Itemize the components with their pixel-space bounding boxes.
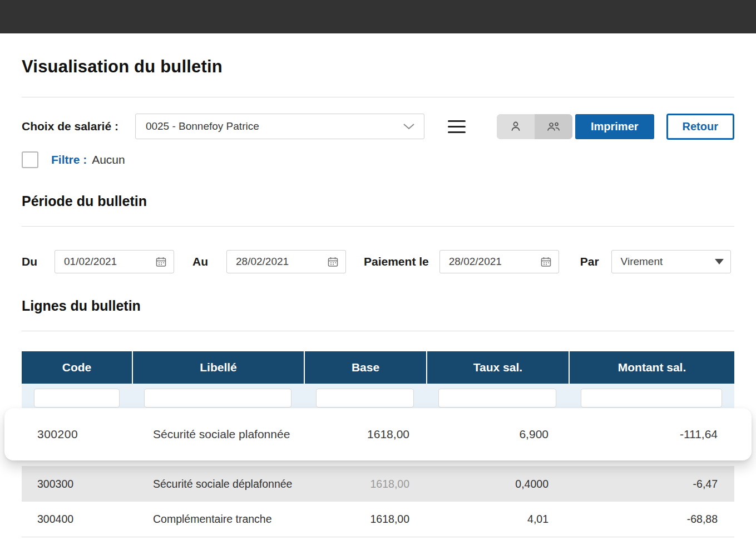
rate-filter-input[interactable] (438, 389, 556, 408)
column-header-amount[interactable]: Montant sal. (569, 351, 734, 384)
filter-value: Aucun (92, 153, 125, 166)
filter-label: Filtre : (51, 153, 87, 166)
payment-date-label: Paiement le (364, 255, 429, 268)
table-row[interactable]: 300300 Sécurité sociale déplafonnée 1618… (22, 466, 734, 502)
people-icon (546, 120, 561, 133)
employee-select-label: Choix de salarié : (22, 120, 118, 133)
view-mode-toggle (497, 114, 572, 139)
page-container: Visualisation du bulletin Choix de salar… (0, 57, 756, 537)
to-date-value: 28/02/2021 (236, 256, 289, 268)
row-amount: -111,64 (569, 428, 734, 441)
filter-row: Filtre : Aucun (22, 151, 734, 169)
calendar-icon (540, 256, 552, 268)
triangle-down-icon (715, 259, 724, 264)
payment-date-input[interactable]: 28/02/2021 (439, 250, 559, 273)
person-icon (509, 120, 522, 133)
employee-toolbar: Choix de salarié : 0025 - Bonnefoy Patri… (22, 113, 734, 140)
period-fields: Du 01/02/2021 Au 28/02/2021 Paiement le … (22, 250, 734, 273)
table-row[interactable]: 300400 Complémentaire tranche 1618,00 4,… (22, 502, 734, 537)
column-header-base[interactable]: Base (304, 351, 426, 384)
from-date-value: 01/02/2021 (64, 256, 117, 268)
row-rate: 0,4000 (426, 478, 569, 491)
row-label: Sécurité sociale plafonnée (132, 428, 304, 441)
payment-method-label: Par (580, 255, 599, 268)
column-header-rate[interactable]: Taux sal. (426, 351, 569, 384)
table-header-row: Code Libellé Base Taux sal. Montant sal. (22, 351, 734, 384)
divider (22, 331, 734, 331)
chevron-down-icon (403, 123, 415, 130)
payment-method-value: Virement (621, 256, 663, 268)
row-code: 300200 (22, 428, 132, 441)
employee-select[interactable]: 0025 - Bonnefoy Patrice (135, 114, 424, 139)
page-title: Visualisation du bulletin (22, 57, 734, 77)
row-base: 1618,00 (304, 478, 426, 491)
base-filter-input[interactable] (316, 389, 414, 408)
calendar-icon (155, 256, 167, 268)
back-button[interactable]: Retour (666, 114, 734, 140)
print-button[interactable]: Imprimer (575, 114, 654, 139)
payment-date-value: 28/02/2021 (449, 256, 502, 268)
payment-method-select[interactable]: Virement (611, 250, 731, 273)
employee-select-value: 0025 - Bonnefoy Patrice (146, 120, 259, 133)
filter-checkbox[interactable] (22, 151, 38, 168)
row-amount: -68,88 (569, 513, 734, 526)
period-section-title: Période du bulletin (22, 193, 734, 209)
row-label: Complémentaire tranche (132, 513, 304, 526)
label-filter-input[interactable] (144, 389, 291, 408)
row-rate: 4,01 (426, 513, 569, 526)
to-date-input[interactable]: 28/02/2021 (226, 250, 346, 273)
row-base: 1618,00 (304, 513, 426, 526)
from-date-label: Du (22, 255, 37, 268)
divider (22, 97, 734, 97)
calendar-icon (327, 256, 339, 268)
to-date-label: Au (192, 255, 208, 268)
from-date-input[interactable]: 01/02/2021 (55, 250, 174, 273)
row-amount: -6,47 (569, 478, 734, 491)
menu-icon[interactable] (448, 120, 466, 133)
amount-filter-input[interactable] (581, 389, 722, 408)
all-employees-view-button[interactable] (535, 114, 572, 139)
top-bar (0, 0, 756, 33)
column-header-code[interactable]: Code (22, 351, 132, 384)
table-row-selected[interactable]: 300200 Sécurité sociale plafonnée 1618,0… (4, 408, 752, 460)
single-employee-view-button[interactable] (497, 114, 535, 139)
row-rate: 6,900 (426, 428, 569, 441)
divider (22, 226, 734, 227)
row-label: Sécurité sociale déplafonnée (132, 478, 304, 491)
column-header-label[interactable]: Libellé (132, 351, 304, 384)
row-code: 300300 (22, 478, 132, 491)
row-base: 1618,00 (304, 428, 426, 441)
bulletin-lines-table: Code Libellé Base Taux sal. Montant sal.… (22, 351, 734, 537)
code-filter-input[interactable] (34, 389, 120, 408)
row-code: 300400 (22, 513, 132, 526)
lines-section-title: Lignes du bulletin (22, 298, 734, 314)
